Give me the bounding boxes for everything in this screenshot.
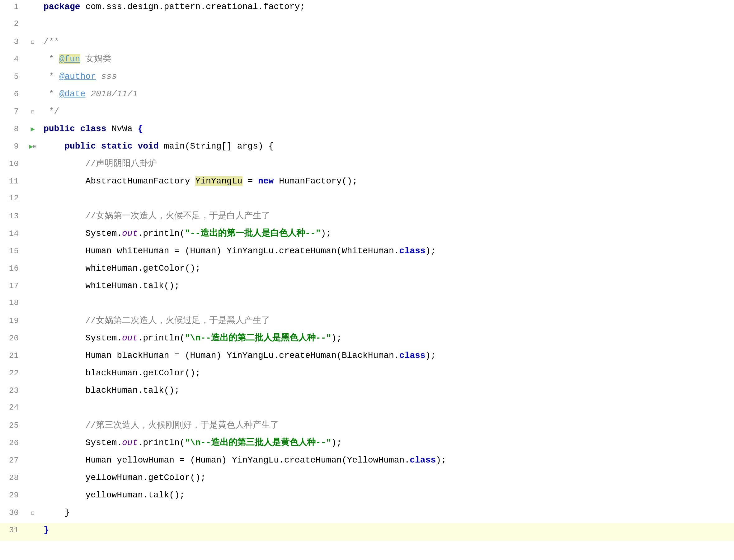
token-type: AbstractHumanFactory bbox=[44, 176, 195, 186]
line-number: 9 bbox=[0, 140, 25, 153]
token-type: .println( bbox=[138, 229, 185, 238]
token-comment-zh: //声明阴阳八卦炉 bbox=[44, 159, 157, 168]
line-number: 25 bbox=[0, 419, 25, 432]
highlighted-variable: YinYangLu bbox=[195, 176, 242, 186]
token-type: HumanFactory(); bbox=[279, 176, 358, 186]
code-line: 8▶public class NvWa { bbox=[0, 122, 734, 140]
line-number: 3 bbox=[0, 36, 25, 49]
code-content: * @date 2018/11/1 bbox=[40, 87, 734, 101]
code-content: yellowHuman.talk(); bbox=[40, 488, 734, 502]
code-content: } bbox=[40, 523, 734, 537]
code-content: //第三次造人，火候刚刚好，于是黄色人种产生了 bbox=[40, 419, 734, 433]
token-type: blackHuman.getColor(); bbox=[44, 368, 201, 378]
line-number: 26 bbox=[0, 437, 25, 450]
gutter: ⊟ bbox=[25, 108, 40, 117]
line-number: 7 bbox=[0, 105, 25, 118]
code-content: } bbox=[40, 506, 734, 520]
token-annotation: * bbox=[44, 54, 59, 64]
token-type: System. bbox=[44, 333, 122, 343]
code-line: 20 System.out.println("\n--造出的第二批人是黑色人种-… bbox=[0, 331, 734, 349]
code-line: 2 bbox=[0, 17, 734, 35]
run-icon[interactable]: ▶ bbox=[31, 124, 35, 135]
code-content: Human blackHuman = (Human) YinYangLu.cre… bbox=[40, 349, 734, 363]
code-content: //女娲第二次造人，火候过足，于是黑人产生了 bbox=[40, 314, 734, 328]
line-number: 24 bbox=[0, 401, 25, 414]
code-line: 1package com.sss.design.pattern.creation… bbox=[0, 0, 734, 17]
code-line: 31} bbox=[0, 523, 734, 541]
line-number: 28 bbox=[0, 472, 25, 485]
line-number: 14 bbox=[0, 227, 25, 240]
code-line: 9▶⊟ public static void main(String[] arg… bbox=[0, 140, 734, 157]
code-line: 17 whiteHuman.talk(); bbox=[0, 279, 734, 297]
token-kw-blue: class bbox=[399, 351, 425, 360]
token-type: whiteHuman.talk(); bbox=[44, 281, 180, 291]
line-number: 2 bbox=[0, 17, 25, 31]
code-line: 21 Human blackHuman = (Human) YinYangLu.… bbox=[0, 349, 734, 366]
code-content: AbstractHumanFactory YinYangLu = new Hum… bbox=[40, 174, 734, 188]
token-annotation: * bbox=[44, 89, 59, 99]
fold-icon[interactable]: ⊟ bbox=[31, 509, 35, 518]
code-content: public static void main(String[] args) { bbox=[40, 140, 734, 154]
token-type: ); bbox=[425, 246, 436, 256]
code-content: Human whiteHuman = (Human) YinYangLu.cre… bbox=[40, 244, 734, 258]
token-type: ); bbox=[425, 351, 436, 360]
code-line: 4 * @fun 女娲类 bbox=[0, 52, 734, 70]
line-number: 31 bbox=[0, 524, 25, 537]
line-number: 15 bbox=[0, 245, 25, 258]
line-number: 10 bbox=[0, 158, 25, 171]
code-content: System.out.println("--造出的第一批人是白色人种--"); bbox=[40, 227, 734, 241]
code-line: 7⊟ */ bbox=[0, 105, 734, 122]
code-line: 22 blackHuman.getColor(); bbox=[0, 366, 734, 384]
token-kw: void bbox=[138, 141, 164, 151]
gutter: ▶ bbox=[25, 124, 40, 135]
token-annotation: */ bbox=[44, 107, 59, 116]
line-number: 29 bbox=[0, 489, 25, 502]
token-type: ); bbox=[331, 333, 342, 343]
line-number: 22 bbox=[0, 367, 25, 380]
code-content: //声明阴阳八卦炉 bbox=[40, 157, 734, 171]
token-type: main(String[] args) { bbox=[164, 141, 274, 151]
code-content: * @fun 女娲类 bbox=[40, 52, 734, 66]
token-annotation: * bbox=[44, 72, 59, 81]
token-kw: public bbox=[44, 124, 80, 134]
line-number: 19 bbox=[0, 315, 25, 328]
code-content: whiteHuman.getColor(); bbox=[40, 262, 734, 276]
line-number: 5 bbox=[0, 70, 25, 83]
token-string: "--造出的第一批人是白色人种--" bbox=[185, 229, 321, 238]
token-type: .println( bbox=[138, 333, 185, 343]
fold-icon[interactable]: ⊟ bbox=[33, 142, 36, 151]
token-kw-blue: class bbox=[409, 455, 436, 465]
line-number: 8 bbox=[0, 123, 25, 136]
token-type: System. bbox=[44, 229, 122, 238]
code-line: 24 bbox=[0, 401, 734, 419]
token-type: Human yellowHuman = (Human) YinYangLu.cr… bbox=[44, 455, 409, 465]
code-content: yellowHuman.getColor(); bbox=[40, 471, 734, 485]
line-number: 4 bbox=[0, 53, 25, 66]
code-content: public class NvWa { bbox=[40, 122, 734, 136]
token-comment-zh: //女娲第二次造人，火候过足，于是黑人产生了 bbox=[44, 316, 270, 325]
token-annotation: 女娲类 bbox=[80, 54, 112, 64]
code-content: Human yellowHuman = (Human) YinYangLu.cr… bbox=[40, 453, 734, 467]
code-content: /** bbox=[40, 35, 734, 49]
token-type: ); bbox=[436, 455, 446, 465]
token-brace-blue: } bbox=[44, 525, 49, 535]
code-line: 23 blackHuman.talk(); bbox=[0, 384, 734, 401]
line-number: 12 bbox=[0, 192, 25, 205]
token-type: System. bbox=[44, 438, 122, 448]
code-content: //女娲第一次造人，火候不足，于是白人产生了 bbox=[40, 209, 734, 223]
code-line: 6 * @date 2018/11/1 bbox=[0, 87, 734, 105]
fold-icon[interactable]: ⊟ bbox=[31, 38, 35, 47]
token-type: Human blackHuman = (Human) YinYangLu.cre… bbox=[44, 351, 399, 360]
code-line: 14 System.out.println("--造出的第一批人是白色人种--"… bbox=[0, 227, 734, 244]
token-type: yellowHuman.getColor(); bbox=[44, 473, 206, 482]
token-kw: static bbox=[101, 141, 138, 151]
code-line: 15 Human whiteHuman = (Human) YinYangLu.… bbox=[0, 244, 734, 262]
token-type: blackHuman.talk(); bbox=[44, 386, 180, 395]
line-number: 16 bbox=[0, 262, 25, 275]
code-line: 18 bbox=[0, 297, 734, 314]
code-line: 11 AbstractHumanFactory YinYangLu = new … bbox=[0, 174, 734, 192]
run-icon[interactable]: ▶ bbox=[29, 141, 33, 152]
code-line: 13 //女娲第一次造人，火候不足，于是白人产生了 bbox=[0, 209, 734, 227]
fold-icon[interactable]: ⊟ bbox=[31, 108, 35, 117]
token-field: out bbox=[122, 229, 138, 238]
